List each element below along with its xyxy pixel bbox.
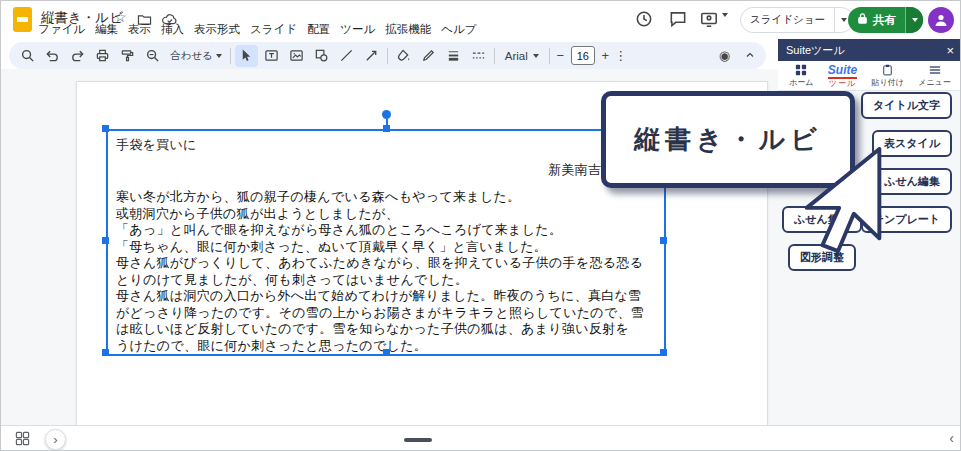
body-line: がどっさり降ったのです。その雪の上からお陽さまがキラキラと照らしていたので、雪 <box>116 305 660 322</box>
resize-handle-top-left[interactable] <box>102 125 109 132</box>
suite-nav-home-label: ホーム <box>789 77 813 88</box>
user-avatar[interactable] <box>928 7 954 33</box>
font-size-increase-button[interactable]: + <box>598 48 613 63</box>
menu-insert[interactable]: 挿入 <box>156 21 189 38</box>
menu-view[interactable]: 表示 <box>123 21 156 38</box>
border-weight-icon[interactable] <box>442 45 465 67</box>
body-line: 「母ちゃん、眼に何か刺さった、ぬいて頂戴早く早く」と言いました。 <box>116 239 660 256</box>
font-family-dropdown[interactable]: Arial <box>498 50 546 62</box>
expand-filmstrip-button[interactable]: › <box>45 429 66 450</box>
slides-app-icon[interactable] <box>13 7 32 32</box>
suite-panel-nav: ホーム Suite ツール 貼り付け メニュー <box>778 61 961 91</box>
target-icon[interactable]: ◉ <box>719 48 730 63</box>
present-to-meet-icon[interactable] <box>699 9 719 33</box>
suite-panel-header: Suiteツール × <box>778 39 961 61</box>
mouse-cursor-icon <box>802 147 886 255</box>
share-dropdown[interactable] <box>906 7 923 33</box>
grid-view-icon[interactable] <box>15 431 30 450</box>
resize-handle-bottom-left[interactable] <box>102 349 109 356</box>
border-dash-icon[interactable] <box>467 45 490 67</box>
zoom-icon[interactable] <box>141 45 164 67</box>
slideshow-label: スライドショー <box>741 13 834 27</box>
toolbar: 合わせる Arial − 16 + ⋮ ◉ <box>9 42 766 69</box>
fill-color-icon[interactable] <box>392 45 415 67</box>
body-line: は眩しいほど反射していたのです。雪を知らなかった子供の狐は、あまり強い反射を <box>116 321 660 338</box>
font-family-caret-icon <box>533 54 539 58</box>
menu-tools[interactable]: ツール <box>335 21 380 38</box>
menu-file[interactable]: ファイル <box>33 21 90 38</box>
menu-help[interactable]: ヘルプ <box>436 21 481 38</box>
suite-panel-title: Suiteツール <box>786 43 845 58</box>
collapse-panel-icon[interactable]: ‹ <box>949 431 954 445</box>
titlebar: 縦書き・ルビ ☆ スライドショー 共有 ファイル 編集 表示 <box>1 1 960 39</box>
body-line: とりのけて見ましたが、何も刺さってはいませんでした。 <box>116 272 660 289</box>
meet-dropdown-caret-icon[interactable] <box>722 17 728 35</box>
body-line: 母さん狐は洞穴の入口から外へ出て始めてわけが解りました。昨夜のうちに、真白な雪 <box>116 288 660 305</box>
suite-nav-home[interactable]: ホーム <box>789 64 813 88</box>
body-line: 或朝洞穴から子供の狐が出ようとしましたが、 <box>116 206 660 223</box>
insert-arrow-icon[interactable] <box>360 45 383 67</box>
text-box-icon[interactable] <box>260 45 283 67</box>
suite-button-title-text[interactable]: タイトル文字 <box>861 92 952 119</box>
toolbar-separator <box>230 48 231 64</box>
menubar: ファイル 編集 表示 挿入 表示形式 スライド 配置 ツール 拡張機能 ヘルプ <box>33 21 482 38</box>
select-tool-icon[interactable] <box>235 45 258 67</box>
menu-extensions[interactable]: 拡張機能 <box>380 21 436 38</box>
body-line: 寒い冬が北方から、狐の親子の棲んでいる森へもやって来ました。 <box>116 189 660 206</box>
toolbar-separator <box>387 48 388 64</box>
zoom-fit-dropdown[interactable]: 合わせる <box>165 49 227 63</box>
body-line: 母さん狐がびっくりして、あわてふためきながら、眼を抑えている子供の手を恐る恐る <box>116 255 660 272</box>
resize-handle-bottom-center[interactable] <box>383 349 390 356</box>
insert-image-icon[interactable] <box>285 45 308 67</box>
suite-nav-paste-label: 貼り付け <box>872 77 904 88</box>
collapse-toolbar-icon[interactable] <box>744 47 756 65</box>
menu-arrange[interactable]: 配置 <box>302 21 335 38</box>
border-color-icon[interactable] <box>417 45 440 67</box>
insert-line-icon[interactable] <box>335 45 358 67</box>
zoom-fit-label: 合わせる <box>170 49 213 63</box>
undo-icon[interactable] <box>41 45 64 67</box>
resize-handle-mid-left[interactable] <box>102 237 109 244</box>
suite-nav-paste[interactable]: 貼り付け <box>872 64 904 88</box>
share-button[interactable]: 共有 <box>848 7 923 33</box>
suite-nav-menu-label: メニュー <box>918 77 951 88</box>
suite-logo-bottom: ツール <box>829 80 856 88</box>
comments-icon[interactable] <box>668 9 688 33</box>
rotation-handle-stem <box>386 119 388 129</box>
body-line: 「あっ」と叫んで眼を抑えながら母さん狐のところへころげて来ました。 <box>116 222 660 239</box>
slide-text-author: 新美南吉 <box>548 161 601 179</box>
suite-nav-menu[interactable]: メニュー <box>918 64 951 88</box>
paint-format-icon[interactable] <box>116 45 139 67</box>
font-family-value: Arial <box>505 50 528 62</box>
share-label: 共有 <box>873 13 896 28</box>
redo-icon[interactable] <box>66 45 89 67</box>
slideshow-button[interactable]: スライドショー <box>740 7 854 33</box>
insert-shape-icon[interactable] <box>310 45 333 67</box>
suite-logo: Suite ツール <box>828 64 857 88</box>
lock-icon <box>857 11 868 29</box>
resize-handle-mid-right[interactable] <box>660 237 667 244</box>
speaker-notes-drag-handle[interactable] <box>404 438 432 442</box>
menu-format[interactable]: 表示形式 <box>189 21 245 38</box>
print-icon[interactable] <box>91 45 114 67</box>
rotation-handle[interactable] <box>382 110 391 119</box>
slide-text-body: 寒い冬が北方から、狐の親子の棲んでいる森へもやって来ました。 或朝洞穴から子供の… <box>116 189 660 354</box>
bottom-bar: › ‹ <box>1 425 960 451</box>
font-size-input[interactable]: 16 <box>571 46 595 65</box>
close-icon[interactable]: × <box>946 44 954 57</box>
toolbar-separator <box>549 48 550 64</box>
suite-logo-top: Suite <box>828 64 857 79</box>
more-options-icon[interactable]: ⋮ <box>613 48 629 63</box>
resize-handle-bottom-right[interactable] <box>660 349 667 356</box>
search-icon[interactable] <box>16 45 39 67</box>
toolbar-separator <box>494 48 495 64</box>
zoom-fit-caret-icon <box>216 54 222 58</box>
version-history-icon[interactable] <box>634 9 654 33</box>
font-size-decrease-button[interactable]: − <box>553 48 568 63</box>
menu-edit[interactable]: 編集 <box>90 21 123 38</box>
feature-callout-label: 縦書き・ルビ <box>634 122 822 157</box>
selected-text-box[interactable]: 手袋を買いに 新美南吉 寒い冬が北方から、狐の親子の棲んでいる森へもやって来まし… <box>106 129 666 356</box>
menu-slide[interactable]: スライド <box>245 21 302 38</box>
slide-text-title: 手袋を買いに <box>116 136 197 154</box>
